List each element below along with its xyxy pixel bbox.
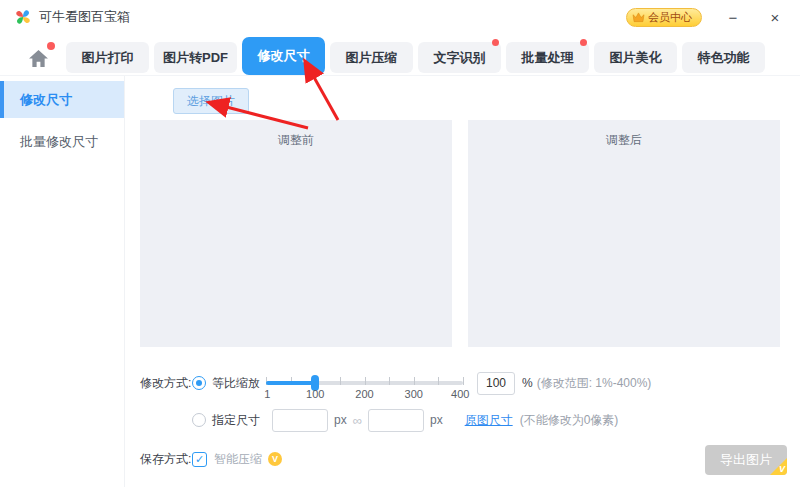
app-title: 可牛看图百宝箱 xyxy=(39,8,130,26)
slider-tick xyxy=(340,377,341,385)
slider-tick xyxy=(389,377,390,385)
tab-label: 图片转PDF xyxy=(163,49,228,67)
size-hint: (不能修改为0像素) xyxy=(520,412,619,429)
tab-bar: 图片打印 图片转PDF 修改尺寸 图片压缩 文字识别 批量处理 图片美化 特色功… xyxy=(0,34,800,75)
tab-label: 图片美化 xyxy=(610,49,662,67)
modify-method-row: 修改方式: 等比缩放 1 100 200 300 400 % (修改范围: 1%… xyxy=(140,371,651,395)
modify-method-label: 修改方式: xyxy=(140,375,192,392)
percent-range-hint: (修改范围: 1%-400%) xyxy=(537,375,652,392)
tab-label: 图片打印 xyxy=(82,49,134,67)
home-notification-dot xyxy=(47,42,55,50)
slider-tick-label: 100 xyxy=(306,388,324,400)
scale-radio[interactable] xyxy=(192,376,206,390)
smart-compress-checkbox[interactable]: ✓ xyxy=(192,452,207,467)
slider-fill xyxy=(266,381,315,385)
vip-corner-v: V xyxy=(779,464,785,474)
export-image-label: 导出图片 xyxy=(720,451,772,469)
tab-label: 文字识别 xyxy=(434,49,486,67)
slider-tick xyxy=(365,377,366,385)
px-label: px xyxy=(430,413,443,427)
tab-notification-dot xyxy=(492,39,499,46)
after-panel-label: 调整后 xyxy=(468,120,780,149)
tab-label: 批量处理 xyxy=(522,49,574,67)
tab-to-pdf[interactable]: 图片转PDF xyxy=(154,42,237,73)
sidebar-item-label: 修改尺寸 xyxy=(20,91,72,109)
size-option-label: 指定尺寸 xyxy=(212,412,260,429)
tab-batch[interactable]: 批量处理 xyxy=(506,42,589,73)
before-panel: 调整前 xyxy=(140,120,452,347)
before-panel-label: 调整前 xyxy=(140,120,452,149)
sidebar-item-label: 批量修改尺寸 xyxy=(20,133,98,151)
tab-home[interactable] xyxy=(18,41,58,75)
scale-slider[interactable]: 1 100 200 300 400 xyxy=(266,371,463,395)
height-input[interactable] xyxy=(368,409,424,432)
member-center-button[interactable]: 会员中心 xyxy=(626,8,702,27)
aspect-link-icon[interactable]: ∞ xyxy=(353,413,362,428)
slider-tick-label: 400 xyxy=(451,388,469,400)
px-label: px xyxy=(334,413,347,427)
slider-tick xyxy=(414,377,415,385)
app-logo-pinwheel-icon xyxy=(14,8,32,26)
vip-crown-icon xyxy=(632,12,645,23)
tab-resize[interactable]: 修改尺寸 xyxy=(242,37,325,75)
slider-tick-label: 1 xyxy=(264,388,270,400)
tab-label: 图片压缩 xyxy=(346,49,398,67)
percent-input[interactable] xyxy=(477,372,515,395)
after-panel: 调整后 xyxy=(468,120,780,347)
sidebar-item-batch-resize[interactable]: 批量修改尺寸 xyxy=(0,123,124,160)
tab-label: 特色功能 xyxy=(698,49,750,67)
main-panel: 选择图片 调整前 调整后 修改方式: 等比缩放 1 100 200 300 40 xyxy=(125,75,800,487)
slider-tick-label: 300 xyxy=(405,388,423,400)
tab-beautify[interactable]: 图片美化 xyxy=(594,42,677,73)
tab-ocr[interactable]: 文字识别 xyxy=(418,42,501,73)
sidebar-item-resize[interactable]: 修改尺寸 xyxy=(0,81,124,118)
scale-option-label: 等比缩放 xyxy=(212,375,260,392)
title-bar: 可牛看图百宝箱 会员中心 − × xyxy=(0,0,800,34)
specify-size-row: 指定尺寸 px ∞ px 原图尺寸 (不能修改为0像素) xyxy=(140,408,618,432)
size-radio[interactable] xyxy=(192,413,206,427)
width-input[interactable] xyxy=(272,409,328,432)
save-method-label: 保存方式: xyxy=(140,451,192,468)
original-size-link[interactable]: 原图尺寸 xyxy=(465,412,513,429)
vip-badge-icon: V xyxy=(268,452,282,466)
select-image-button[interactable]: 选择图片 xyxy=(173,88,249,114)
tab-compress[interactable]: 图片压缩 xyxy=(330,42,413,73)
home-icon xyxy=(29,50,48,67)
member-center-label: 会员中心 xyxy=(648,10,692,25)
slider-tick xyxy=(438,377,439,385)
slider-tick-label: 200 xyxy=(355,388,373,400)
minimize-button[interactable]: − xyxy=(722,6,744,28)
save-method-row: 保存方式: ✓ 智能压缩 V xyxy=(140,447,282,471)
slider-tick xyxy=(463,377,464,385)
percent-sign: % xyxy=(522,376,533,390)
smart-compress-label: 智能压缩 xyxy=(214,451,262,468)
sidebar: 修改尺寸 批量修改尺寸 xyxy=(0,76,125,487)
tab-print[interactable]: 图片打印 xyxy=(66,42,149,73)
tab-label: 修改尺寸 xyxy=(258,47,310,65)
export-image-button[interactable]: 导出图片 V xyxy=(705,445,787,475)
tab-notification-dot xyxy=(580,39,587,46)
tab-features[interactable]: 特色功能 xyxy=(682,42,765,73)
close-button[interactable]: × xyxy=(764,6,786,28)
